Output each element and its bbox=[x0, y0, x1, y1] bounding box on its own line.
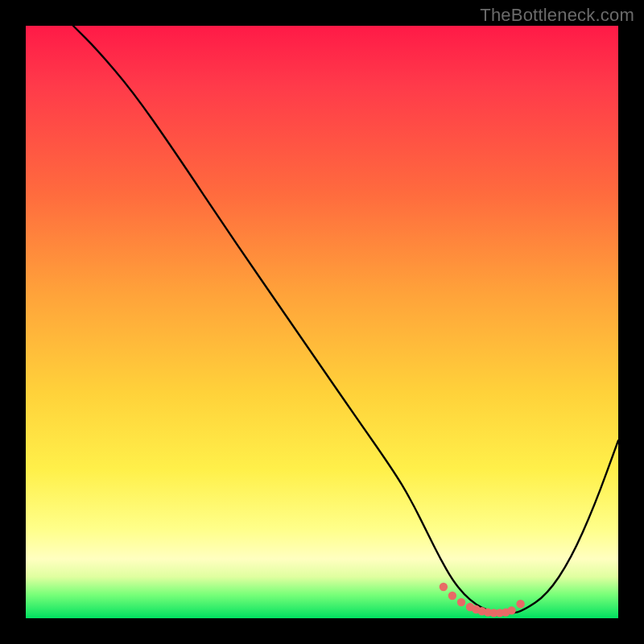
trough-marker bbox=[448, 592, 456, 600]
trough-marker bbox=[440, 583, 448, 591]
plot-area bbox=[26, 26, 618, 618]
trough-marker bbox=[457, 598, 465, 606]
trough-marker bbox=[507, 606, 515, 614]
chart-frame: TheBottleneck.com bbox=[0, 0, 644, 644]
curve-layer bbox=[26, 26, 618, 618]
trough-marker-group bbox=[440, 583, 525, 617]
trough-marker bbox=[516, 600, 524, 608]
bottleneck-curve bbox=[73, 26, 618, 613]
watermark-text: TheBottleneck.com bbox=[480, 5, 634, 26]
